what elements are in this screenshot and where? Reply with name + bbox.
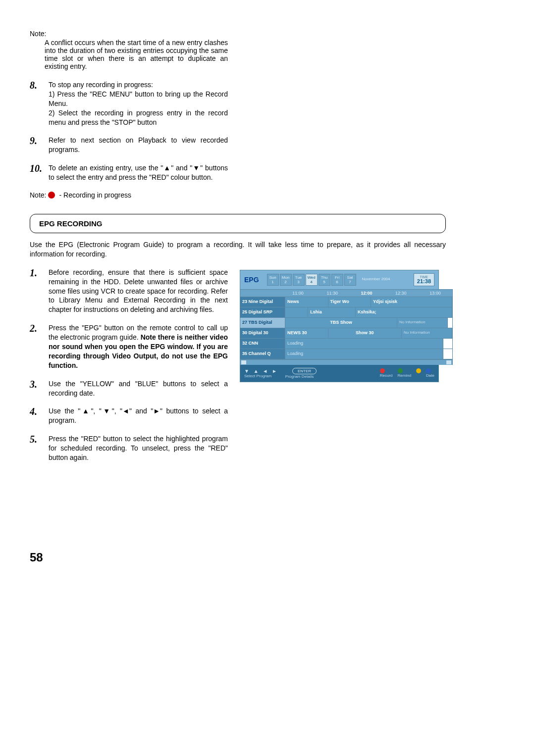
epg-main: 11:00 11:30 12:00 12:30 13:00 23 Nine Di… xyxy=(240,289,452,365)
epg-program-cell: Loading xyxy=(285,349,443,359)
epg-footer: ▼ ▲ ◄ ► Select Program ENTER Program Det… xyxy=(240,365,438,382)
page-number: 58 xyxy=(30,551,446,564)
epg-day: Thu5 xyxy=(319,274,330,286)
epg-channel: 35 Channel Q xyxy=(240,349,285,359)
step-body: Press the "RED" button to select the hig… xyxy=(49,434,228,462)
epg-program-cell: Loading xyxy=(285,339,443,349)
step-body: To stop any recording in progress: 1) Pr… xyxy=(49,80,228,127)
program-details-label: Program Details xyxy=(282,374,317,379)
enter-button-hint: ENTER xyxy=(292,368,317,374)
blue-dot-icon xyxy=(426,368,431,373)
step-10: 10. To delete an existing entry, use the… xyxy=(30,163,228,182)
step-body: Refer to next section on Playback to vie… xyxy=(49,136,228,154)
colour-buttons: Record Remind Date xyxy=(380,368,434,378)
step-number: 10. xyxy=(30,163,44,173)
epg-program-cell: Lshia xyxy=(308,307,356,317)
record-icon xyxy=(48,192,55,199)
epg-body: 11:00 11:30 12:00 12:30 13:00 23 Nine Di… xyxy=(240,289,438,365)
epg-time-row: 11:00 11:30 12:00 12:30 13:00 xyxy=(240,289,452,297)
epg-program-cell: Show 30 xyxy=(328,328,402,338)
step-body: Use the "▲", "▼", "◄" and "►" buttons to… xyxy=(49,406,228,425)
epg-row: 23 Nine DigitalNewsTiger WoYdjsi sjsisk xyxy=(240,297,452,307)
note-body: A conflict occurs when the start time of… xyxy=(45,39,228,70)
epg-program-cell: Ydjsi sjsisk xyxy=(371,297,452,307)
select-program-label: Select Program xyxy=(244,374,278,378)
step-number: 8. xyxy=(30,80,44,90)
epg-row: 32 CNNLoading xyxy=(240,339,452,349)
epg-channel: 27 TBS Digital xyxy=(240,318,285,328)
green-dot-icon xyxy=(398,368,403,373)
conflict-note: Note: A conflict occurs when the start t… xyxy=(30,30,228,70)
epg-clock: TIME21:38 xyxy=(414,273,434,286)
step-8: 8. To stop any recording in progress: 1)… xyxy=(30,80,228,127)
step-number: 3. xyxy=(30,379,44,389)
epg-day: Fri6 xyxy=(331,274,343,286)
steps-column: 1. Before recording, ensure that there i… xyxy=(30,268,228,471)
epg-two-column: 1. Before recording, ensure that there i… xyxy=(30,268,446,471)
epg-hscroll xyxy=(240,359,452,365)
step-number: 9. xyxy=(30,136,44,146)
epg-program-cell xyxy=(285,307,308,317)
epg-program-cell: No Information xyxy=(402,328,452,338)
epg-figure-column: EPG Sun1 Mon2 Tue3 Wed4 Thu5 Fri6 Sat7 N… xyxy=(240,268,446,382)
top-column: Note: A conflict occurs when the start t… xyxy=(30,30,228,199)
epg-row: 30 Digital 30NEWS 30Show 30No Informatio… xyxy=(240,328,452,339)
note-suffix: - Recording in progress xyxy=(59,191,131,199)
step-body: To delete an existing entry, use the "▲"… xyxy=(49,163,228,182)
epg-row: 35 Channel QLoading xyxy=(240,349,452,359)
epg-day: Sun1 xyxy=(267,274,279,286)
epg-program-cell: Kshsika; xyxy=(356,307,452,317)
step-9: 9. Refer to next section on Playback to … xyxy=(30,136,228,154)
epg-day: Mon2 xyxy=(280,274,292,286)
epg-step-4: 4. Use the "▲", "▼", "◄" and "►" buttons… xyxy=(30,406,228,425)
epg-channel: 25 Digital SRP xyxy=(240,307,285,317)
step-number: 1. xyxy=(30,268,44,278)
epg-vscroll xyxy=(452,289,453,365)
epg-step-2: 2. Press the "EPG" button on the remote … xyxy=(30,323,228,370)
epg-footer-left: ▼ ▲ ◄ ► Select Program xyxy=(244,368,278,378)
note-label: Note: xyxy=(30,30,228,38)
yellow-dot-icon xyxy=(416,368,421,373)
section-intro: Use the EPG (Electronic Program Guide) t… xyxy=(30,240,446,259)
epg-step-5: 5. Press the "RED" button to select the … xyxy=(30,434,228,462)
epg-channel: 30 Digital 30 xyxy=(240,328,285,338)
recording-note: Note: - Recording in progress xyxy=(30,191,228,199)
epg-day: Sat7 xyxy=(344,274,356,286)
epg-day: Tue3 xyxy=(293,274,305,286)
epg-logo: EPG xyxy=(244,276,259,284)
epg-screenshot: EPG Sun1 Mon2 Tue3 Wed4 Thu5 Fri6 Sat7 N… xyxy=(240,270,439,382)
red-dot-icon xyxy=(380,368,385,373)
epg-day-selected: Wed4 xyxy=(306,274,318,286)
epg-step-3: 3. Use the "YELLOW" and "BLUE" buttons t… xyxy=(30,379,228,398)
epg-day-tabs: Sun1 Mon2 Tue3 Wed4 Thu5 Fri6 Sat7 xyxy=(267,274,356,286)
epg-row: 27 TBS DigitalTBS ShowNo Information xyxy=(240,318,452,328)
arrow-icons: ▼ ▲ ◄ ► xyxy=(244,368,278,374)
epg-program-cell: News xyxy=(285,297,328,307)
step-number: 5. xyxy=(30,434,44,444)
epg-program-cell: No Information xyxy=(397,318,448,328)
step-body: Press the "EPG" button on the remote con… xyxy=(49,323,228,370)
epg-footer-center: ENTER Program Details xyxy=(282,368,317,379)
epg-grid: 23 Nine DigitalNewsTiger WoYdjsi sjsisk2… xyxy=(240,297,452,359)
epg-step-1: 1. Before recording, ensure that there i… xyxy=(30,268,228,314)
step-body: Before recording, ensure that there is s… xyxy=(49,268,228,314)
section-heading: EPG RECORDING xyxy=(30,214,446,233)
step-number: 2. xyxy=(30,323,44,333)
epg-channel: 32 CNN xyxy=(240,339,285,349)
epg-header: EPG Sun1 Mon2 Tue3 Wed4 Thu5 Fri6 Sat7 N… xyxy=(240,270,438,289)
epg-program-cell: NEWS 30 xyxy=(285,328,328,338)
epg-program-cell: Tiger Wo xyxy=(328,297,372,307)
epg-program-cell: TBS Show xyxy=(285,318,397,328)
note-prefix: Note: xyxy=(30,191,46,199)
step-body: Use the "YELLOW" and "BLUE" buttons to s… xyxy=(49,379,228,398)
step-number: 4. xyxy=(30,406,44,416)
epg-month: November 2004 xyxy=(362,277,390,282)
epg-row: 25 Digital SRPLshiaKshsika; xyxy=(240,307,452,318)
epg-channel: 23 Nine Digital xyxy=(240,297,285,307)
